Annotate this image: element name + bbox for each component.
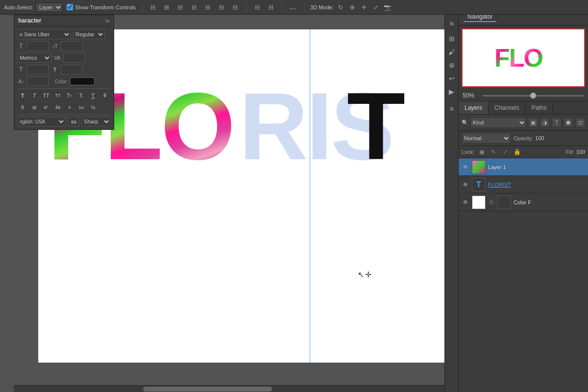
- scale-h-input[interactable]: 100%: [27, 65, 49, 74]
- filter-text-icon[interactable]: T: [552, 118, 562, 127]
- horizontal-scrollbar[interactable]: [14, 385, 444, 392]
- lock-artboards-icon[interactable]: ⤢: [501, 147, 510, 156]
- font-size-input[interactable]: 950 pt: [27, 41, 49, 51]
- zoom-value: 50%: [463, 92, 480, 99]
- align-left-icon[interactable]: ⊟: [148, 2, 158, 12]
- 3d-camera-icon[interactable]: 📷: [383, 2, 392, 12]
- underline-btn[interactable]: T: [88, 91, 98, 100]
- character-panel-header: haracter ≫: [14, 15, 114, 26]
- caps-btn[interactable]: TT: [41, 91, 51, 100]
- character-panel-collapse[interactable]: ≫: [105, 18, 110, 24]
- 3d-rotate-icon[interactable]: ↻: [336, 2, 345, 12]
- align-h-icon[interactable]: ⊟: [189, 2, 199, 12]
- clone-icon[interactable]: ⊕: [446, 59, 458, 71]
- baseline-input[interactable]: 0 pt: [27, 76, 49, 86]
- scale-v-input[interactable]: 100%: [61, 65, 83, 74]
- layer-item-2[interactable]: 👁 T FLORIST: [459, 176, 588, 194]
- layer-2-visibility-icon[interactable]: 👁: [462, 181, 469, 189]
- layer-3-visibility-icon[interactable]: 👁: [462, 198, 469, 206]
- toolbar-separator-3: [282, 3, 282, 12]
- metrics-select[interactable]: Metrics: [17, 53, 51, 63]
- layer-item-1[interactable]: 👁 Layer 1: [459, 158, 588, 176]
- filter-kind-select[interactable]: Kind: [470, 117, 526, 128]
- bold-btn[interactable]: T: [17, 91, 28, 100]
- anti-alias-select[interactable]: Sharp: [81, 117, 111, 126]
- zoom-row: 50%: [459, 90, 588, 101]
- color-swatch[interactable]: [70, 77, 95, 85]
- layer-2-name: FLORIST: [488, 182, 585, 188]
- kerning-input[interactable]: VA -50: [63, 53, 85, 63]
- adjustments-icon[interactable]: ⊞: [446, 33, 458, 45]
- leading-input[interactable]: (Auto): [61, 41, 83, 51]
- filter-pixel-icon[interactable]: ▣: [528, 118, 538, 127]
- align-vcenter-icon[interactable]: ⊟: [217, 2, 226, 12]
- properties-icon[interactable]: ≡: [446, 18, 458, 29]
- filter-smart-icon[interactable]: ⊡: [575, 118, 585, 127]
- top-toolbar: Auto-Select: Layer Show Transform Contro…: [0, 0, 588, 15]
- layer-1-thumb-content: [472, 161, 485, 173]
- 3d-orbit-icon[interactable]: ⊕: [347, 2, 357, 12]
- font-family-select[interactable]: o Sans Uber: [17, 29, 71, 39]
- actions-icon[interactable]: ▶: [446, 86, 458, 98]
- font-family-row: o Sans Uber Regular: [17, 29, 111, 39]
- opacity-row: Opacity: 100: [514, 135, 550, 141]
- layer-1-thumbnail: [472, 160, 486, 174]
- layer-3-mask: [497, 196, 511, 209]
- lock-row: Lock: ▣ ✎ ⤢ 🔒 Fill: 100: [459, 146, 588, 158]
- auto-select-dropdown[interactable]: Layer: [35, 2, 63, 12]
- distribute2-icon[interactable]: ⊟: [266, 2, 276, 12]
- contextual-btn[interactable]: 1st: [76, 102, 87, 112]
- oldstyle-btn[interactable]: st: [29, 102, 40, 112]
- layer-1-visibility-icon[interactable]: 👁: [462, 163, 469, 171]
- brush-icon[interactable]: 🖌: [446, 46, 458, 58]
- navigator-florist-text: FLO: [494, 43, 542, 73]
- history-icon[interactable]: ↩: [446, 73, 458, 84]
- font-style-select[interactable]: Regular: [73, 29, 105, 39]
- align-bottom-icon[interactable]: ⊟: [230, 2, 240, 12]
- tab-layers[interactable]: Layers: [459, 101, 489, 114]
- zoom-slider[interactable]: [483, 95, 584, 97]
- swash-btn[interactable]: ãä: [52, 102, 63, 112]
- divider-1: [17, 88, 111, 89]
- italic-btn[interactable]: T: [29, 91, 40, 100]
- show-transform-label: Show Transform Controls: [75, 4, 136, 10]
- layers-mode-row: Normal Opacity: 100: [459, 131, 588, 146]
- lock-all-icon[interactable]: 🔒: [513, 147, 521, 156]
- filter-adjust-icon[interactable]: ◑: [540, 118, 550, 127]
- language-select[interactable]: nglish: USA: [17, 117, 66, 126]
- ligature-btn[interactable]: fi: [17, 102, 28, 112]
- info-icon[interactable]: ≡: [446, 103, 458, 115]
- text-style-row-2: fi st aᵃ ãä A 1st ½: [17, 102, 111, 112]
- titling-btn[interactable]: A: [64, 102, 75, 112]
- show-transform-checkbox[interactable]: [67, 4, 73, 10]
- more-options-icon[interactable]: ...: [288, 2, 298, 12]
- 3d-slide-icon[interactable]: ⤢: [371, 2, 381, 12]
- tab-paths[interactable]: Paths: [526, 101, 553, 114]
- distribute-icon[interactable]: ⊟: [252, 2, 262, 12]
- 3d-pan-icon[interactable]: ✛: [359, 2, 369, 12]
- blend-mode-select[interactable]: Normal: [462, 133, 511, 144]
- small-caps-btn[interactable]: TT: [52, 91, 63, 100]
- fractions-btn[interactable]: ½: [88, 102, 98, 112]
- right-panel: ✕ ≫ Navigator FLO 50% Layers Channels Pa…: [458, 0, 588, 392]
- anti-alias-label: aa: [68, 117, 79, 126]
- layer-3-thumbnail: [472, 196, 486, 209]
- subscript-btn[interactable]: T-: [76, 91, 87, 100]
- tab-channels[interactable]: Channels: [489, 101, 526, 114]
- layers-tabs: Layers Channels Paths: [459, 101, 588, 115]
- ordinals-btn[interactable]: aᵃ: [41, 102, 51, 112]
- layer-item-3[interactable]: 👁 ⛓ Color F: [459, 194, 588, 211]
- layer-2-thumb-content: T: [472, 178, 485, 191]
- horizontal-scroll-thumb[interactable]: [143, 387, 272, 392]
- filter-shape-icon[interactable]: ⬟: [564, 118, 573, 127]
- align-center-icon[interactable]: ⊞: [162, 2, 172, 12]
- character-panel: haracter ≫ o Sans Uber Regular T 950 pt …: [14, 15, 114, 130]
- lock-pixels-icon[interactable]: ▣: [477, 147, 486, 156]
- lock-position-icon[interactable]: ✎: [489, 147, 498, 156]
- strikethrough-btn[interactable]: T: [99, 91, 110, 100]
- align-right-icon[interactable]: ⊟: [175, 2, 185, 12]
- align-top-icon[interactable]: ⊟: [203, 2, 213, 12]
- navigator-preview-content: FLO: [463, 29, 584, 86]
- superscript-btn[interactable]: T+: [64, 91, 75, 100]
- toolbar-separator-1: [142, 3, 142, 12]
